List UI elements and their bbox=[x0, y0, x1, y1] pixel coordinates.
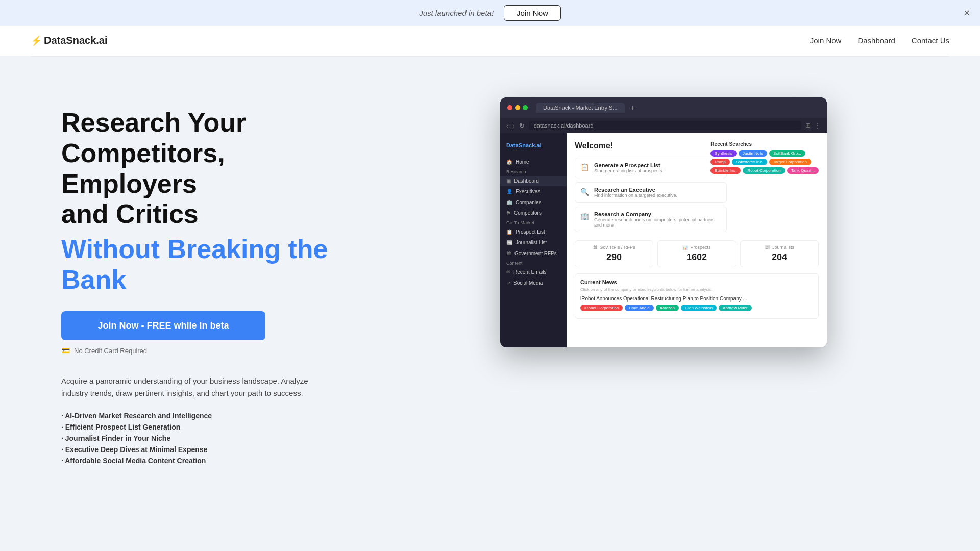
executives-icon: 👤 bbox=[506, 189, 512, 194]
recent-tag[interactable]: iRobot Corporation bbox=[743, 167, 785, 174]
hero-heading-line2: and Critics bbox=[61, 199, 199, 229]
feature-item: · Executive Deep Dives at Minimal Expens… bbox=[61, 445, 347, 454]
card-research-company[interactable]: 🏢 Research a Company Generate research b… bbox=[575, 207, 727, 232]
journalist-list-icon: 📰 bbox=[506, 240, 512, 245]
sidebar-competitors-label: Competitors bbox=[514, 210, 542, 216]
sidebar-journalist-label: Journalist List bbox=[516, 240, 547, 245]
recent-tag[interactable]: SoftBank Gro... bbox=[769, 150, 805, 157]
news-desc: Click on any of the company or exec keyw… bbox=[580, 287, 813, 292]
banner-join-now-button[interactable]: Join Now bbox=[504, 5, 561, 21]
feature-item: · AI-Driven Market Research and Intellig… bbox=[61, 412, 347, 420]
card-icon: 📋 bbox=[580, 163, 589, 171]
back-icon: ‹ bbox=[506, 122, 508, 130]
emails-icon: ✉ bbox=[506, 269, 510, 275]
news-tag[interactable]: Amazon bbox=[656, 305, 679, 311]
sidebar-item-competitors[interactable]: ⚑ Competitors bbox=[500, 208, 567, 218]
browser-chrome: DataSnack - Market Entry S... + bbox=[500, 97, 827, 118]
competitors-icon: ⚑ bbox=[506, 210, 511, 216]
news-title: Current News bbox=[580, 279, 813, 285]
card-research-exec[interactable]: 🔍 Research an Executive Find information… bbox=[575, 182, 727, 203]
cta-join-button[interactable]: Join Now - FREE while in beta bbox=[61, 311, 265, 340]
stat-journalists: 📰 Journalists 204 bbox=[740, 240, 819, 267]
stat-prospects: 📊 Prospects 1602 bbox=[657, 240, 736, 267]
nav-join-now[interactable]: Join Now bbox=[810, 36, 842, 45]
recent-tags-row2: Ramp Salesforce Inc. Target Corporation bbox=[710, 159, 819, 165]
sidebar-item-recent-emails[interactable]: ✉ Recent Emails bbox=[500, 267, 567, 278]
stat-rfps-value: 290 bbox=[580, 252, 648, 263]
card-icon: 🔍 bbox=[580, 188, 589, 196]
card-title: Generate a Prospect List bbox=[594, 162, 664, 168]
stat-prospects-label: 📊 Prospects bbox=[663, 245, 730, 250]
recent-tag[interactable]: Salesforce Inc. bbox=[732, 159, 767, 165]
prospects-stat-icon: 📊 bbox=[682, 245, 688, 250]
logo-icon: ⚡ bbox=[31, 35, 42, 46]
sidebar-item-companies[interactable]: 🏢 Companies bbox=[500, 197, 567, 208]
card-title: Research a Company bbox=[594, 211, 721, 217]
more-icon: ⋮ bbox=[815, 122, 821, 129]
dashboard-stats: 🏛 Gov. RFIs / RFPs 290 📊 Prospects bbox=[575, 240, 819, 267]
hero-description: Acquire a panoramic understanding of you… bbox=[61, 375, 327, 399]
sidebar-home-label: Home bbox=[516, 159, 529, 165]
recent-tag[interactable]: Ramp bbox=[710, 159, 729, 165]
sidebar-prospect-label: Prospect List bbox=[516, 229, 545, 235]
companies-icon: 🏢 bbox=[506, 199, 512, 205]
sidebar-govt-label: Government RFPs bbox=[514, 251, 557, 256]
sidebar-item-journalist-list[interactable]: 📰 Journalist List bbox=[500, 237, 567, 248]
feature-list: · AI-Driven Market Research and Intellig… bbox=[61, 412, 347, 465]
sidebar-item-home[interactable]: 🏠 Home bbox=[500, 157, 567, 167]
recent-tag[interactable]: Justin Noto bbox=[739, 150, 767, 157]
news-tags: iRobot Corporation Colin Angle Amazon Gl… bbox=[580, 305, 813, 311]
recent-searches-title: Recent Searches bbox=[710, 141, 819, 147]
recent-tag[interactable]: Tank-Quart... bbox=[787, 167, 819, 174]
sidebar-item-executives[interactable]: 👤 Executives bbox=[500, 186, 567, 197]
card-prospect-list[interactable]: 📋 Generate a Prospect List Start generat… bbox=[575, 158, 727, 178]
nav-dashboard[interactable]: Dashboard bbox=[857, 36, 895, 45]
new-tab-icon: + bbox=[631, 104, 635, 112]
sidebar-section-research: Research bbox=[500, 167, 567, 176]
card-content: Generate a Prospect List Start generatin… bbox=[594, 162, 664, 173]
social-media-icon: ↗ bbox=[506, 280, 510, 286]
stat-journalists-value: 204 bbox=[746, 252, 813, 263]
sidebar-item-prospect-list[interactable]: 📋 Prospect List bbox=[500, 227, 567, 237]
recent-searches-panel: Recent Searches Synthesis Justin Noto So… bbox=[710, 141, 819, 176]
news-tag[interactable]: Colin Angle bbox=[625, 305, 653, 311]
hero-left: Research Your Competitors, Employers and… bbox=[61, 87, 347, 468]
news-tag[interactable]: Andrew Miller bbox=[719, 305, 751, 311]
hero-section: Research Your Competitors, Employers and… bbox=[0, 57, 980, 498]
dashboard-sidebar: DataSnack.ai 🏠 Home Research ▣ Dashboard… bbox=[500, 133, 567, 347]
dashboard-main: Welcome! Recent Searches Synthesis Justi… bbox=[567, 133, 827, 347]
feature-item: · Efficient Prospect List Generation bbox=[61, 423, 347, 431]
recent-tags-row1: Synthesis Justin Noto SoftBank Gro... bbox=[710, 150, 819, 157]
sidebar-executives-label: Executives bbox=[516, 189, 540, 194]
recent-tag[interactable]: Synthesis bbox=[710, 150, 737, 157]
browser-nav: ‹ › ↻ datasnack.ai/dashboard ⊞ ⋮ bbox=[500, 118, 827, 133]
card-content: Research a Company Generate research bri… bbox=[594, 211, 721, 228]
stat-prospects-value: 1602 bbox=[663, 252, 730, 263]
sidebar-item-dashboard[interactable]: ▣ Dashboard bbox=[500, 176, 567, 186]
browser-tab: DataSnack - Market Entry S... bbox=[536, 103, 625, 113]
sidebar-item-govt-rfps[interactable]: 🏛 Government RFPs bbox=[500, 248, 567, 259]
dot-maximize bbox=[523, 105, 528, 110]
news-headline: iRobot Announces Operational Restructuri… bbox=[580, 296, 813, 302]
dash-main-relative: Welcome! Recent Searches Synthesis Justi… bbox=[575, 141, 819, 319]
govt-rfps-icon: 🏛 bbox=[506, 251, 511, 256]
stat-rfps-label: 🏛 Gov. RFIs / RFPs bbox=[580, 245, 648, 250]
browser-window: DataSnack - Market Entry S... + ‹ › ↻ da… bbox=[500, 97, 827, 347]
home-icon: 🏠 bbox=[506, 159, 512, 165]
navbar: ⚡ DataSnack.ai Join Now Dashboard Contac… bbox=[0, 26, 980, 56]
reload-icon: ↻ bbox=[519, 122, 525, 130]
browser-dots bbox=[507, 105, 528, 110]
feature-item: · Affordable Social Media Content Creati… bbox=[61, 457, 347, 465]
url-bar: datasnack.ai/dashboard bbox=[529, 121, 801, 130]
recent-tags-row3: Bumble Inc. iRobot Corporation Tank-Quar… bbox=[710, 167, 819, 174]
news-tag[interactable]: Glen Weinstein bbox=[681, 305, 717, 311]
news-tag[interactable]: iRobot Corporation bbox=[580, 305, 623, 311]
logo-text: DataSnack.ai bbox=[44, 35, 108, 46]
nav-contact[interactable]: Contact Us bbox=[912, 36, 949, 45]
close-banner-button[interactable]: × bbox=[964, 7, 970, 19]
journalists-stat-icon: 📰 bbox=[765, 245, 770, 250]
sidebar-section-gtm: Go-To-Market bbox=[500, 218, 567, 227]
sidebar-item-social-media[interactable]: ↗ Social Media bbox=[500, 278, 567, 288]
recent-tag[interactable]: Bumble Inc. bbox=[710, 167, 740, 174]
recent-tag[interactable]: Target Corporation bbox=[769, 159, 811, 165]
